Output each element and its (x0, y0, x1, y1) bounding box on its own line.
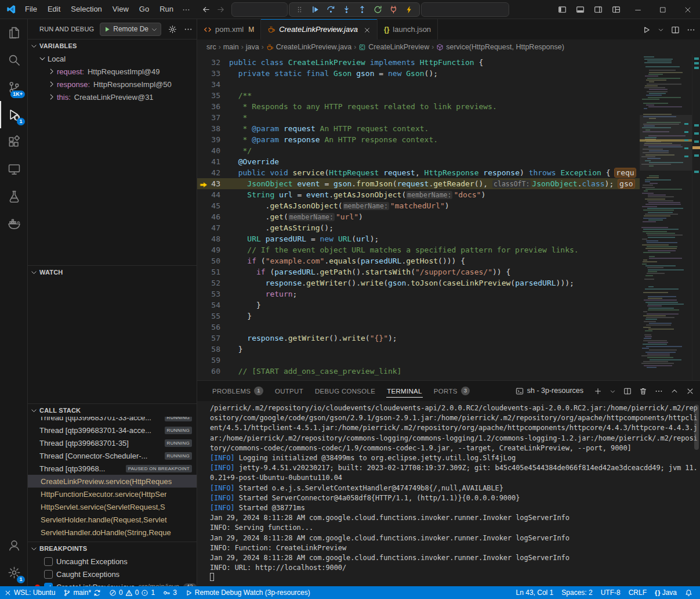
gutter-line-number[interactable]: 44 (197, 189, 229, 200)
call-stack-thread[interactable]: Thread [Connector-Scheduler-...RUNNING (28, 449, 197, 462)
code-line-32[interactable]: 32public class CreateLinkPreview impleme… (197, 57, 640, 68)
editor-tab-CreateLinkPreview.java[interactable]: CreateLinkPreview.java (261, 19, 378, 39)
menu-edit[interactable]: Edit (42, 2, 66, 16)
breadcrumb-item[interactable]: CreateLinkPreview (358, 43, 429, 51)
run-dropdown-button[interactable] (658, 25, 664, 34)
menu-file[interactable]: File (20, 2, 42, 16)
panel-tab-problems[interactable]: PROBLEMS1 (206, 381, 269, 401)
breadcrumb-item[interactable]: service(HttpRequest, HttpResponse) (436, 43, 564, 51)
call-stack-frame[interactable]: ServletHolder.handle(Request,Servlet (28, 513, 197, 526)
gutter-line-number[interactable]: 49 (197, 244, 229, 255)
gutter-line-number[interactable]: 55 (197, 311, 229, 322)
gutter-line-number[interactable]: 50 (197, 255, 229, 266)
back-arrow-button[interactable] (202, 5, 211, 14)
split-terminal-button[interactable] (623, 387, 632, 396)
overview-ruler[interactable] (692, 55, 700, 380)
call-stack-thread[interactable]: Thread [qtp399683701-33-acce...RUNNING (28, 417, 197, 424)
disconnect-button[interactable] (386, 3, 401, 16)
panel-tab-ports[interactable]: PORTS3 (428, 381, 476, 401)
editor-more-actions-button[interactable] (687, 24, 695, 34)
terminal-scrollbar[interactable] (694, 405, 699, 450)
code-line-40[interactable]: 40 */ (197, 145, 640, 156)
status-eol-selector[interactable]: CRLF (625, 586, 651, 599)
code-line-58[interactable]: 58 } (197, 344, 640, 355)
terminal-profile-dropdown[interactable] (610, 387, 616, 395)
gutter-line-number[interactable]: 60 (197, 366, 229, 377)
gutter-line-number[interactable]: 41 (197, 156, 229, 167)
new-terminal-button[interactable] (594, 387, 602, 396)
gutter-line-number[interactable]: 33 (197, 68, 229, 79)
code-line-43[interactable]: 43 JsonObject event = gson.fromJson(requ… (197, 178, 640, 189)
breakpoint-checkbox[interactable] (44, 570, 53, 579)
status-cursor-position[interactable]: Ln 43, Col 1 (512, 586, 558, 599)
customize-layout-button[interactable] (607, 0, 625, 19)
toggle-secondary-sidebar-button[interactable] (589, 0, 607, 19)
toggle-panel-button[interactable] (571, 0, 589, 19)
command-center-search[interactable] (421, 2, 509, 17)
panel-more-actions-button[interactable] (655, 387, 663, 396)
call-stack-section-header[interactable]: CALL STACK (28, 404, 197, 417)
code-line-51[interactable]: 51 if (parsedURL.getPath().startsWith("/… (197, 266, 640, 277)
code-line-41[interactable]: 41 @Override (197, 156, 640, 167)
gutter-line-number[interactable]: 34 (197, 79, 229, 90)
minimize-button[interactable] (625, 0, 650, 19)
code-line-38[interactable]: 38 * @param request An HTTP request cont… (197, 123, 640, 134)
gutter-line-number[interactable]: 39 (197, 134, 229, 145)
kill-terminal-button[interactable] (639, 387, 647, 396)
command-center-left[interactable] (231, 2, 288, 17)
restart-button[interactable] (371, 3, 385, 16)
code-line-54[interactable]: 54 } (197, 300, 640, 311)
sidebar-more-actions-button[interactable] (184, 24, 193, 34)
call-stack-frame[interactable]: ScopedHandler.handle(String,Request, (28, 539, 197, 542)
variable-response[interactable]: response:HttpResponseImpl@50 (28, 78, 197, 91)
status-problems-status[interactable]: 001 (105, 586, 159, 599)
status-debug-session-status[interactable]: Remote Debug Watch (3p-resources) (181, 586, 314, 599)
gutter-line-number[interactable]: 47 (197, 222, 229, 233)
call-stack-thread[interactable]: Thread [qtp399683701-35]RUNNING (28, 436, 197, 449)
gutter-line-number[interactable]: 37 (197, 112, 229, 123)
debug-settings-gear-button[interactable] (168, 24, 177, 34)
gutter-line-number[interactable]: 38 (197, 123, 229, 134)
menu-more-button[interactable] (179, 2, 194, 16)
breadcrumb-item[interactable]: src (206, 43, 216, 51)
hot-code-replace-button[interactable] (402, 3, 416, 16)
gutter-line-number[interactable]: 59 (197, 355, 229, 366)
code-line-48[interactable]: 48 URL parsedURL = new URL(url); (197, 233, 640, 244)
run-file-button[interactable] (642, 24, 651, 34)
close-tab-button[interactable] (364, 25, 371, 34)
code-line-39[interactable]: 39 * @param response An HTTP response co… (197, 134, 640, 145)
code-line-49[interactable]: 49 // If the event object URL matches a … (197, 244, 640, 255)
menu-selection[interactable]: Selection (66, 2, 107, 16)
gutter-line-number[interactable]: 35 (197, 90, 229, 101)
activity-bar-item-remote-explorer[interactable] (0, 156, 28, 183)
code-line-44[interactable]: 44 String url = event.getAsJsonObject(me… (197, 189, 640, 200)
gutter-line-number[interactable]: 53 (197, 288, 229, 300)
breakpoints-section-header[interactable]: BREAKPOINTS (28, 542, 197, 555)
variable-this[interactable]: this:CreateLinkPreview@31 (28, 91, 197, 103)
code-line-50[interactable]: 50 if ("example.com".equals(parsedURL.ge… (197, 255, 640, 266)
step-over-button[interactable] (324, 3, 338, 16)
call-stack-frame[interactable]: HttpServlet.service(ServletRequest,S (28, 500, 197, 513)
code-line-53[interactable]: 53 return; (197, 288, 640, 300)
activity-bar-item-settings[interactable]: 1 (0, 559, 28, 586)
status-key-status[interactable]: 3 (159, 586, 181, 599)
activity-bar-item-accounts[interactable] (0, 532, 28, 559)
code-line-35[interactable]: 35 /** (197, 90, 640, 101)
breakpoint-checkbox[interactable] (44, 583, 53, 587)
activity-bar-item-testing[interactable] (0, 183, 28, 210)
maximize-button[interactable] (650, 0, 675, 19)
step-out-button[interactable] (355, 3, 369, 16)
breakpoint-row[interactable]: CreateLinkPreview.javasrc/main/java43 (28, 580, 197, 586)
gutter-line-number[interactable]: 51 (197, 266, 229, 277)
toggle-primary-sidebar-button[interactable] (553, 0, 571, 19)
gutter-line-number[interactable]: 32 (197, 57, 229, 68)
gutter-line-number[interactable]: 42 (197, 167, 229, 178)
breakpoint-checkbox[interactable] (44, 557, 53, 566)
status-indentation[interactable]: Spaces: 2 (557, 586, 596, 599)
editor-tab-pom.xml[interactable]: pom.xmlM (197, 19, 261, 39)
gutter-line-number[interactable]: 46 (197, 211, 229, 222)
code-line-45[interactable]: 45 .getAsJsonObject(memberName:"matchedU… (197, 200, 640, 211)
gutter-line-number[interactable]: 58 (197, 344, 229, 355)
call-stack-thread[interactable]: Thread [qtp39968...PAUSED ON BREAKPOINT (28, 462, 197, 475)
code-line-33[interactable]: 33 private static final Gson gson = new … (197, 68, 640, 79)
